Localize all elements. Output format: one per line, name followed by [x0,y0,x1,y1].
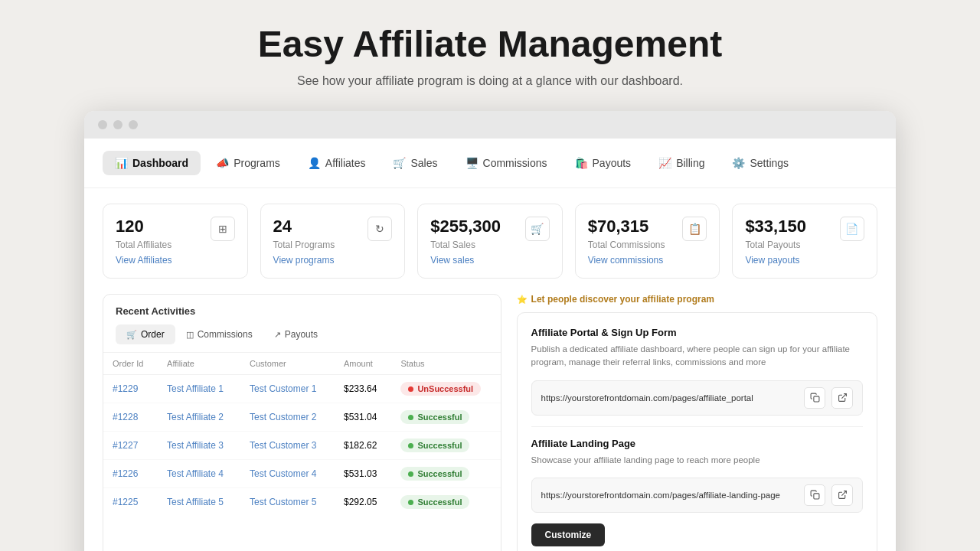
landing-open-button[interactable] [831,484,853,506]
status-badge: Successful [400,410,469,424]
table-row: #1228 Test Affiliate 2 Test Customer 2 $… [103,403,501,432]
stat-link-affiliates[interactable]: View Affiliates [116,255,235,266]
status-dot [408,471,413,477]
settings-icon: ⚙️ [732,157,745,169]
svg-rect-0 [813,396,818,402]
payouts-icon: 🛍️ [575,157,588,169]
table-row: #1229 Test Affiliate 1 Test Customer 1 $… [103,375,501,403]
col-customer: Customer [240,353,335,375]
browser-bar [84,111,896,139]
stat-link-programs[interactable]: View programs [273,255,393,266]
status-cell: UnSuccessful [391,375,500,403]
hero-title: Easy Affiliate Management [258,23,722,65]
tab-row: 🛒 Order ◫ Commissions ↗ Payouts [103,324,501,353]
nav-item-commissions[interactable]: 🖥️ Commissions [453,151,560,175]
tab-order[interactable]: 🛒 Order [116,324,175,344]
nav-item-sales[interactable]: 🛒 Sales [381,151,449,175]
table-row: #1227 Test Affiliate 3 Test Customer 3 $… [103,432,501,460]
portal-url: https://yourstorefrontdomain.com/pages/a… [541,393,798,403]
affiliate-link[interactable]: Test Affiliate 1 [167,383,224,394]
stat-card-affiliates: ⊞ 120 Total Affiliates View Affiliates [103,204,248,279]
status-dot [408,443,413,448]
status-dot [408,386,413,392]
amount-cell: $233.64 [335,375,391,403]
customer-link[interactable]: Test Customer 3 [250,440,316,451]
tab-order-label: Order [141,329,165,340]
commissions-tab-icon: ◫ [186,330,194,340]
portal-copy-button[interactable] [804,387,825,409]
customer-link[interactable]: Test Customer 5 [250,497,316,507]
order-id-link[interactable]: #1225 [113,497,138,507]
sales-icon: 🛒 [393,157,406,169]
dashboard-icon: 📊 [115,157,128,169]
nav-label-settings: Settings [750,157,789,169]
landing-title: Affiliate Landing Page [531,438,863,449]
col-status: Status [391,353,500,375]
landing-url: https://yourstorefrontdomain.com/pages/a… [541,491,798,500]
browser-window: 📊 Dashboard 📣 Programs 👤 Affiliates 🛒 Sa… [84,111,896,551]
amount-cell: $531.04 [335,403,391,432]
browser-dot-yellow [113,120,122,129]
nav-item-payouts[interactable]: 🛍️ Payouts [563,151,644,175]
discover-label: Let people discover your affiliate progr… [517,294,877,305]
stat-icon-payouts: 📄 [840,217,864,241]
browser-dot-green [129,120,138,129]
status-badge: Successful [400,439,469,452]
status-cell: Successful [391,403,500,432]
landing-copy-button[interactable] [804,484,825,506]
stat-link-commissions[interactable]: View commissions [588,255,707,266]
nav-item-settings[interactable]: ⚙️ Settings [720,151,801,175]
affiliate-link[interactable]: Test Affiliate 3 [167,440,224,451]
customize-button[interactable]: Customize [531,523,606,546]
commissions-icon: 🖥️ [466,157,479,169]
status-cell: Successful [391,460,500,488]
col-order-id: Order Id [103,353,158,375]
affiliate-panel: Affiliate Portal & Sign Up Form Publish … [517,312,877,551]
status-dot [408,415,413,420]
stat-card-commissions: 📋 $70,315 Total Commissions View commiss… [575,204,720,279]
affiliate-link[interactable]: Test Affiliate 4 [167,468,224,479]
hero-subtitle: See how your affiliate program is doing … [297,74,683,88]
browser-dot-red [98,120,107,129]
landing-desc: Showcase your affiliate landing page to … [531,454,863,467]
customer-link[interactable]: Test Customer 4 [250,468,316,479]
customer-link[interactable]: Test Customer 1 [250,383,316,394]
order-id-link[interactable]: #1226 [113,468,138,479]
status-badge: UnSuccessful [400,382,481,396]
nav-item-affiliates[interactable]: 👤 Affiliates [296,151,378,175]
stat-icon-programs: ↻ [368,217,392,241]
order-table: Order Id Affiliate Customer Amount Statu… [103,353,501,516]
tab-payouts[interactable]: ↗ Payouts [263,324,328,344]
stat-link-sales[interactable]: View sales [430,255,550,266]
bottom-section: Recent Activities 🛒 Order ◫ Commissions … [84,294,896,551]
order-id-link[interactable]: #1227 [113,440,138,451]
svg-line-1 [841,394,846,399]
status-cell: Successful [391,488,500,517]
stat-label-sales: Total Sales [430,240,550,250]
nav-label-dashboard: Dashboard [132,157,188,169]
amount-cell: $182.62 [335,432,391,460]
stats-row: ⊞ 120 Total Affiliates View Affiliates ↻… [84,188,896,294]
nav-label-commissions: Commissions [483,157,547,169]
order-id-link[interactable]: #1228 [113,412,138,422]
affiliate-link[interactable]: Test Affiliate 5 [167,497,224,507]
nav-item-billing[interactable]: 📈 Billing [646,151,717,175]
portal-open-button[interactable] [831,387,853,409]
programs-icon: 📣 [216,157,229,169]
nav-label-affiliates: Affiliates [325,157,366,169]
stat-card-programs: ↻ 24 Total Programs View programs [260,204,406,279]
recent-activities-panel: Recent Activities 🛒 Order ◫ Commissions … [103,294,501,551]
stat-link-payouts[interactable]: View payouts [745,255,864,266]
tab-commissions-label: Commissions [198,329,253,340]
svg-rect-2 [813,494,818,499]
nav-item-dashboard[interactable]: 📊 Dashboard [103,151,201,175]
nav-item-programs[interactable]: 📣 Programs [204,151,292,175]
order-id-link[interactable]: #1229 [113,383,138,394]
nav-label-billing: Billing [676,157,704,169]
customer-link[interactable]: Test Customer 2 [250,412,316,422]
tab-commissions[interactable]: ◫ Commissions [175,324,263,344]
right-panel: Let people discover your affiliate progr… [517,294,877,551]
stat-icon-commissions: 📋 [682,217,707,241]
affiliate-link[interactable]: Test Affiliate 2 [167,412,224,422]
table-row: #1226 Test Affiliate 4 Test Customer 4 $… [103,460,501,488]
